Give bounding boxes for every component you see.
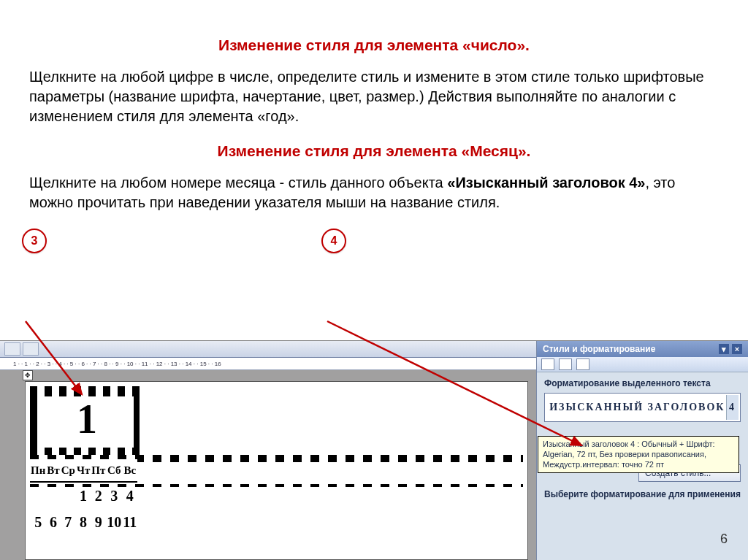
calendar-table: Пн Вт Ср Чт Пт Сб Вс 1 2 (30, 459, 137, 535)
day-cell[interactable]: 6 (46, 509, 60, 535)
pane-title-text: Стили и форматирование (543, 344, 655, 354)
table-row: 1 2 3 4 (30, 482, 137, 509)
paragraph-number-style: Щелкните на любой цифре в числе, определ… (29, 67, 719, 126)
day-cell[interactable] (46, 482, 60, 509)
day-header: Вт (46, 459, 60, 482)
day-cell[interactable]: 10 (106, 509, 122, 535)
day-cell[interactable]: 4 (122, 482, 137, 509)
day-cell[interactable] (61, 482, 76, 509)
day-cell[interactable]: 9 (91, 509, 106, 535)
day-header: Чт (76, 459, 91, 482)
day-cell[interactable]: 2 (91, 482, 106, 509)
para2-style-name: «Изысканный заголовок 4» (447, 174, 645, 191)
document-editor-region: 1 · · 1 · · 2 · · 3 · · 4 · · 5 · · 6 · … (0, 341, 537, 560)
callout-3: 3 (22, 229, 47, 253)
apply-formatting-label: Выберите форматирование для применения (544, 489, 741, 499)
styles-formatting-pane: Стили и форматирование ▾ × Форматировани… (536, 341, 748, 560)
heading-number-style: Изменение стиля для элемента «число». (29, 37, 719, 54)
heading-month-style: Изменение стиля для элемента «Месяц». (29, 142, 719, 160)
day-cell[interactable]: 1 (76, 482, 91, 509)
day-cell[interactable] (30, 482, 46, 509)
month-number[interactable]: 1 (77, 396, 97, 442)
day-cell[interactable]: 7 (61, 509, 76, 535)
page-number: 6 (720, 532, 728, 547)
toolbar-button[interactable] (4, 342, 20, 356)
style-tooltip: Изысканный заголовок 4 : Обычный + Шрифт… (538, 436, 739, 473)
paragraph-month-style: Щелкните на любом номере месяца - стиль … (29, 173, 719, 212)
day-header: Пт (91, 459, 106, 482)
day-cell[interactable]: 8 (76, 509, 91, 535)
pane-icon-row (537, 357, 748, 372)
move-handle-icon[interactable]: ✥ (23, 370, 33, 380)
month-number-box[interactable]: 1 (30, 386, 144, 458)
toolbar-button[interactable] (23, 342, 39, 356)
day-cell[interactable]: 11 (122, 509, 137, 535)
close-icon[interactable]: × (732, 344, 742, 354)
screenshot-region: 1 · · 1 · · 2 · · 3 · · 4 · · 5 · · 6 · … (0, 340, 748, 560)
day-cell[interactable]: 3 (106, 482, 122, 509)
back-icon[interactable] (541, 358, 554, 370)
day-header: Сб (106, 459, 122, 482)
callout-4: 4 (321, 229, 346, 253)
day-header: Ср (61, 459, 76, 482)
pane-section-label: Форматирование выделенного текста (544, 378, 741, 388)
pane-titlebar: Стили и форматирование ▾ × (537, 341, 748, 357)
para2-part-a: Щелкните на любом номере месяца - стиль … (29, 174, 447, 191)
forward-icon[interactable] (559, 358, 572, 370)
dropdown-icon[interactable]: ▾ (719, 344, 729, 354)
home-icon[interactable] (576, 358, 589, 370)
style-preview-text: ИЗЫСКАННЫЙ ЗАГОЛОВОК 4 (549, 402, 736, 413)
ruler-marks: 1 · · 1 · · 2 · · 3 · · 4 · · 5 · · 6 · … (13, 361, 221, 367)
horizontal-ruler: 1 · · 1 · · 2 · · 3 · · 4 · · 5 · · 6 · … (0, 358, 537, 370)
table-row: 5 6 7 8 9 10 11 (30, 509, 137, 535)
day-header: Пн (30, 459, 46, 482)
editor-toolbar (0, 341, 537, 358)
current-style-preview[interactable]: ИЗЫСКАННЫЙ ЗАГОЛОВОК 4 (544, 393, 741, 422)
day-cell[interactable]: 5 (30, 509, 46, 535)
day-header: Вс (122, 459, 137, 482)
document-canvas[interactable]: ✥ 1 Пн Вт Ср Чт Пт Сб Вс (25, 381, 528, 560)
